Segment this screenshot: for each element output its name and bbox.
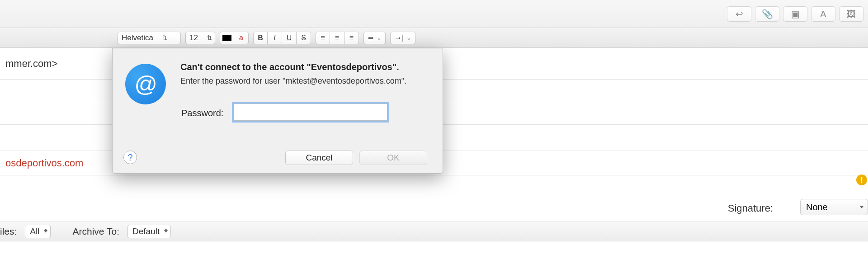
rules-select[interactable]: All bbox=[25, 225, 51, 238]
insert-photo-button[interactable]: ▣ bbox=[783, 6, 807, 22]
dialog-title: Can't connect to the account "Eventosdep… bbox=[180, 62, 399, 72]
ok-label: OK bbox=[387, 153, 399, 163]
color-swatch-icon bbox=[222, 35, 231, 41]
ok-button[interactable]: OK bbox=[359, 151, 427, 165]
signature-label: Signature: bbox=[728, 203, 773, 214]
letter-a-icon: A bbox=[820, 9, 826, 19]
struck-a-icon: a bbox=[239, 34, 243, 42]
archive-to-value: Default bbox=[132, 227, 160, 236]
align-right-button[interactable]: ≡ bbox=[344, 32, 359, 44]
reply-icon: ↩ bbox=[736, 9, 743, 19]
font-size-select[interactable]: 12 ⇅ bbox=[185, 32, 215, 44]
signature-select[interactable]: None bbox=[800, 199, 868, 215]
photo-frame-icon: ▣ bbox=[791, 9, 800, 19]
at-glyph: @ bbox=[134, 71, 157, 97]
help-button[interactable]: ? bbox=[123, 151, 137, 164]
password-dialog: @ Can't connect to the account "Eventosd… bbox=[112, 48, 443, 174]
picture-icon: 🖼 bbox=[847, 9, 856, 19]
chevron-down-icon: ⌄ bbox=[377, 34, 382, 41]
titlebar-buttons: ↩ 📎 ▣ A 🖼 bbox=[727, 6, 863, 22]
text-color-button[interactable] bbox=[220, 32, 234, 44]
exclamation-icon: ! bbox=[860, 175, 863, 185]
at-sign-icon: @ bbox=[125, 64, 166, 104]
dialog-subtitle: Enter the password for user "mktest@even… bbox=[180, 76, 406, 86]
bold-button[interactable]: B bbox=[253, 32, 268, 44]
paperclip-icon: 📎 bbox=[762, 9, 773, 19]
font-family-select[interactable]: Helvetica ⇅ bbox=[118, 32, 181, 44]
indent-select[interactable]: →| ⌄ bbox=[390, 32, 415, 44]
titlebar: ↩ 📎 ▣ A 🖼 bbox=[0, 0, 868, 28]
media-browser-button[interactable]: 🖼 bbox=[839, 6, 863, 22]
underline-button[interactable]: U bbox=[282, 32, 297, 44]
italic-button[interactable]: I bbox=[268, 32, 282, 44]
align-center-button[interactable]: ≡ bbox=[330, 32, 344, 44]
password-input[interactable] bbox=[234, 104, 387, 121]
list-icon: ≣ bbox=[368, 33, 374, 42]
account-email-fragment: osdeportivos.com bbox=[5, 157, 83, 169]
color-group: a bbox=[220, 32, 249, 44]
text-style-color-button[interactable]: a bbox=[234, 32, 249, 44]
chevrons-icon: ⇅ bbox=[207, 34, 212, 41]
attach-button[interactable]: 📎 bbox=[755, 6, 779, 22]
archive-to-select[interactable]: Default bbox=[127, 225, 171, 238]
align-left-button[interactable]: ≡ bbox=[316, 32, 330, 44]
style-group: B I U S bbox=[253, 32, 311, 44]
password-label: Password: bbox=[181, 108, 223, 118]
format-toolbar: Helvetica ⇅ 12 ⇅ a B I U S ≡ ≡ ≡ ≣ ⌄ →| … bbox=[0, 28, 868, 48]
indent-icon: →| bbox=[394, 33, 404, 42]
archive-to-label: Archive To: bbox=[72, 226, 119, 237]
chevron-down-icon: ⌄ bbox=[406, 34, 411, 41]
rules-label-fragment: iles: bbox=[0, 226, 17, 237]
bottom-options-row: iles: All Archive To: Default bbox=[0, 222, 868, 241]
format-button[interactable]: A bbox=[811, 6, 835, 22]
font-family-value: Helvetica bbox=[122, 33, 153, 42]
align-group: ≡ ≡ ≡ bbox=[316, 32, 359, 44]
chevrons-icon: ⇅ bbox=[162, 34, 167, 41]
signature-value: None bbox=[806, 202, 828, 212]
rules-value: All bbox=[30, 227, 39, 236]
warning-badge[interactable]: ! bbox=[856, 175, 867, 185]
from-fragment: mmer.com> bbox=[5, 58, 58, 70]
question-icon: ? bbox=[127, 152, 132, 163]
font-size-value: 12 bbox=[189, 33, 198, 42]
list-select[interactable]: ≣ ⌄ bbox=[363, 32, 386, 44]
reply-button[interactable]: ↩ bbox=[727, 6, 751, 22]
cancel-button[interactable]: Cancel bbox=[285, 151, 353, 165]
cancel-label: Cancel bbox=[306, 153, 332, 163]
strikethrough-button[interactable]: S bbox=[297, 32, 311, 44]
